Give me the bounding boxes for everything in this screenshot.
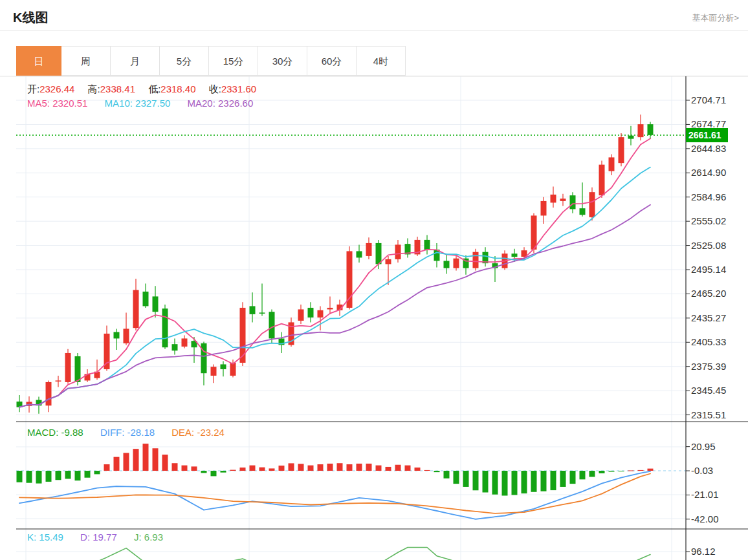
macd-bar: [46, 471, 52, 482]
macd-bar: [308, 466, 314, 471]
low-label: 低:: [148, 83, 160, 94]
candle-body: [473, 252, 479, 268]
candle-body: [240, 308, 246, 363]
axis-tick-label: 2555.02: [691, 215, 726, 226]
macd-bar: [221, 471, 226, 473]
macd-bar: [124, 453, 129, 471]
candle-body: [347, 251, 353, 308]
axis-tick-label: 2644.83: [691, 143, 726, 154]
ma10-legend: MA10: 2327.50: [105, 98, 171, 109]
high-value: 2338.41: [100, 83, 135, 94]
candle-body: [357, 251, 362, 257]
macd-bar: [347, 464, 353, 471]
candle-body: [211, 367, 217, 376]
macd-bar: [192, 466, 197, 471]
candle-body: [143, 292, 149, 307]
macd-bar: [386, 467, 391, 471]
candle-body: [424, 240, 430, 250]
axis-tick-label: -0.03: [691, 465, 713, 476]
macd-bar: [279, 466, 285, 471]
macd-legend: MACD: -9.88 DIFF: -28.18 DEA: -23.24: [27, 427, 239, 438]
macd-bar: [395, 465, 401, 471]
candle-body: [551, 195, 556, 203]
candle-body: [327, 308, 333, 310]
macd-value-legend: MACD: -9.88: [27, 427, 83, 438]
macd-bar: [434, 471, 440, 472]
close-value: 2331.60: [221, 83, 256, 94]
macd-bar: [27, 471, 32, 483]
macd-bar: [269, 468, 275, 471]
k-value-legend: K: 15.49: [27, 532, 63, 543]
ma5-line: [19, 138, 650, 407]
macd-bar: [560, 471, 566, 487]
macd-bar: [201, 471, 207, 473]
candle-body: [376, 243, 382, 264]
candle-body: [531, 215, 537, 250]
macd-bar: [143, 444, 149, 471]
macd-bar: [638, 470, 644, 471]
candle-body: [454, 259, 459, 268]
candle-body: [250, 306, 256, 314]
diff-value-legend: DIFF: -28.18: [100, 427, 155, 438]
macd-bar: [172, 463, 178, 471]
macd-bar: [473, 471, 479, 490]
macd-bar: [36, 471, 42, 484]
macd-bar: [580, 471, 586, 479]
axis-tick-label: 2435.27: [691, 312, 726, 323]
macd-bar: [56, 471, 61, 480]
macd-bar: [628, 470, 634, 471]
candle-body: [589, 192, 595, 217]
candle-body: [162, 308, 168, 347]
macd-bar: [230, 470, 236, 471]
candle-body: [269, 312, 275, 338]
axis-tick-label: 2465.20: [691, 288, 726, 299]
current-price-marker: 2661.61: [686, 128, 728, 142]
macd-bar: [599, 471, 605, 473]
kdj-j-line: [19, 548, 650, 560]
ma10-line: [19, 167, 650, 407]
axis-tick-label: 2315.51: [691, 409, 726, 420]
candle-body: [366, 243, 372, 256]
candle-body: [56, 380, 61, 382]
macd-bar: [65, 471, 71, 479]
candle-body: [182, 338, 188, 347]
axis-tick-label: 2614.90: [691, 167, 726, 178]
kdj-legend: K: 15.49 D: 19.77 J: 6.93: [27, 532, 177, 543]
candle-body: [308, 308, 314, 318]
candle-body: [570, 195, 576, 209]
macd-bar: [512, 471, 518, 495]
open-label: 开:: [27, 83, 39, 94]
macd-bar: [405, 466, 411, 471]
candle-body: [259, 312, 265, 314]
candle-body: [638, 124, 644, 137]
candle-body: [124, 328, 129, 343]
macd-bar: [17, 471, 23, 482]
candle-body: [46, 382, 52, 405]
macd-bar: [541, 471, 547, 491]
macd-bar: [609, 471, 615, 471]
axis-tick-label: -21.01: [691, 489, 719, 500]
macd-bar: [570, 471, 576, 484]
macd-bar: [104, 464, 110, 471]
ohlc-legend: 开:2326.44 高:2338.41 低:2318.40 收:2331.60: [27, 83, 267, 96]
candle-body: [541, 201, 547, 216]
candle-body: [230, 363, 236, 376]
macd-bar: [589, 471, 595, 477]
macd-bar: [415, 468, 421, 471]
axis-tick-label: 2495.14: [691, 264, 726, 275]
d-value-legend: D: 19.77: [80, 532, 117, 543]
ma20-line: [19, 205, 650, 407]
macd-bar: [619, 471, 624, 471]
macd-bar: [357, 464, 362, 471]
macd-bar: [75, 471, 81, 480]
close-label: 收:: [209, 83, 221, 94]
dea-value-legend: DEA: -23.24: [171, 427, 225, 438]
candle-body: [75, 356, 81, 382]
candle-body: [395, 244, 401, 259]
high-label: 高:: [88, 83, 100, 94]
macd-bar: [259, 468, 265, 471]
candle-body: [172, 344, 178, 350]
candle-body: [104, 334, 110, 369]
axis-tick-label: 96.12: [691, 546, 716, 557]
ma5-legend: MA5: 2320.51: [27, 98, 87, 109]
